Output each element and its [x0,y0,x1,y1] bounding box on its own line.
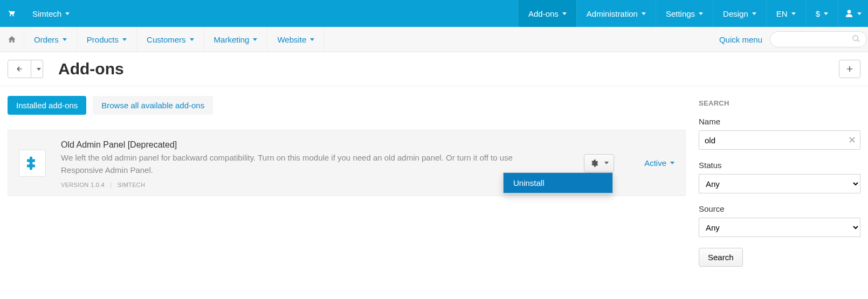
nav-customers[interactable]: Customers [137,27,204,52]
caret-down-icon [562,12,567,15]
caret-down-icon [190,38,194,41]
topbar: Simtech Add-ons Administration Settings … [0,0,868,27]
global-search [770,27,868,52]
addon-status[interactable]: Active [644,158,674,168]
back-button[interactable] [8,60,31,78]
addon-actions: Active [584,154,674,172]
topnav-currency[interactable]: $ [805,0,838,27]
name-input[interactable] [699,130,860,150]
source-label: Source [699,204,860,213]
addon-row: Old Admin Panel [Deprecated] We left the… [8,130,686,196]
tabs: Installed add-ons Browse all available a… [8,96,686,115]
caret-down-icon [253,38,257,41]
nav-marketing[interactable]: Marketing [204,27,268,52]
clear-input-icon[interactable]: ✕ [848,134,856,146]
global-search-input[interactable] [770,31,867,47]
sidebar: SEARCH Name ✕ Status Any Source Any Sear… [699,96,860,267]
quick-menu[interactable]: Quick menu [712,27,770,52]
search-button[interactable]: Search [699,248,743,267]
caret-down-icon [604,162,609,164]
topnav-administration[interactable]: Administration [576,0,656,27]
caret-down-icon [752,12,756,15]
add-button[interactable] [839,60,860,78]
status-label: Status [699,161,860,170]
status-select[interactable]: Any [699,174,860,193]
caret-down-icon [37,68,41,71]
caret-down-icon [824,12,828,15]
page-title: Add-ons [58,60,124,78]
caret-down-icon [791,12,796,15]
addon-settings-dropdown: Uninstall [503,172,613,193]
topnav-settings[interactable]: Settings [656,0,713,27]
addon-settings-button[interactable] [584,154,614,172]
addon-version: VERSION 1.0.4 [61,182,105,188]
nav-products[interactable]: Products [77,27,137,52]
nav-home[interactable] [0,27,24,52]
caret-down-icon [122,38,127,41]
addon-title: Old Admin Panel [Deprecated] [61,140,674,150]
caret-down-icon [699,12,703,15]
caret-down-icon [65,12,70,15]
addon-vendor: SIMTECH [118,182,146,188]
caret-down-icon [642,12,646,15]
content: Installed add-ons Browse all available a… [8,96,686,196]
title-row: Add-ons [0,52,868,86]
topnav-design[interactable]: Design [713,0,766,27]
cart-icon[interactable] [0,0,23,27]
nav-website[interactable]: Website [267,27,325,52]
addon-description: We left the old admin panel for backward… [61,152,535,176]
navbar: Orders Products Customers Marketing Webs… [0,27,868,52]
meta-separator [111,183,111,188]
vendor-name: Simtech [32,9,61,18]
topnav-user[interactable] [838,0,868,27]
sidebar-heading: SEARCH [699,99,860,107]
tab-browse[interactable]: Browse all available add-ons [93,96,213,115]
source-select[interactable]: Any [699,218,860,237]
back-button-group [8,60,43,78]
tab-installed[interactable]: Installed add-ons [8,96,86,115]
topnav-language[interactable]: EN [766,0,805,27]
main: Installed add-ons Browse all available a… [0,86,868,283]
caret-down-icon [857,12,862,15]
vendor-switcher[interactable]: Simtech [23,0,79,27]
addon-icon [19,150,46,177]
caret-down-icon [670,162,674,164]
topnav-addons[interactable]: Add-ons [518,0,576,27]
back-dropdown[interactable] [31,60,43,78]
dropdown-uninstall[interactable]: Uninstall [504,173,612,193]
caret-down-icon [63,38,67,41]
caret-down-icon [310,38,314,41]
nav-orders[interactable]: Orders [24,27,77,52]
name-label: Name [699,117,860,126]
